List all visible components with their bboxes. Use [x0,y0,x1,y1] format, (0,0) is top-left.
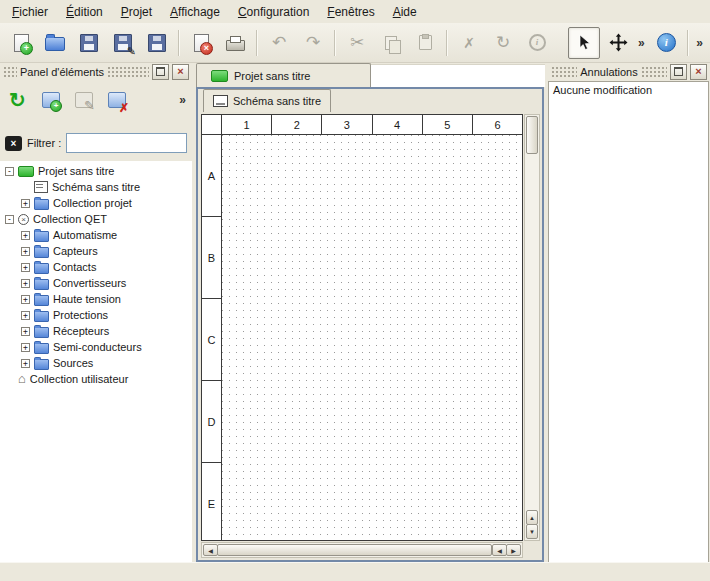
toolbar-overflow-button[interactable]: » [693,36,706,50]
expand-expander-icon[interactable]: + [21,279,30,288]
expand-expander-icon[interactable]: + [21,199,30,208]
tree-item-collection-utilisateur[interactable]: ⌂ Collection utilisateur [0,371,192,387]
folder-icon [34,359,49,370]
tree-item-haute-tension[interactable]: + Haute tension [0,291,192,307]
row-header: C [202,299,221,381]
expand-expander-icon[interactable]: + [21,295,30,304]
column-header: 1 [222,115,272,134]
dock-handle[interactable] [641,66,667,77]
save-button[interactable] [73,27,105,59]
scroll-up-button[interactable]: ▲ [526,510,538,525]
menu-fichier[interactable]: Fichier [3,2,57,22]
horizontal-scrollbar[interactable]: ◀ ◀ ▶ [201,542,523,558]
tree-item-label: Collection QET [33,213,107,225]
schema-canvas[interactable] [222,135,522,540]
collapse-expander-icon[interactable]: - [5,215,14,224]
filter-input[interactable] [66,133,187,153]
menu-projet[interactable]: Projet [112,2,161,22]
scroll-left-button[interactable]: ◀ [203,544,218,556]
elements-panel-toolbar: ↻ + ✎ ✗ » [0,80,192,120]
about-button[interactable]: i [650,27,682,59]
close-file-button[interactable]: × [185,27,217,59]
tab-projet-sans-titre[interactable]: Projet sans titre [196,63,371,87]
tree-item-automatisme[interactable]: + Automatisme [0,227,192,243]
scroll-right-button[interactable]: ▶ [506,544,521,556]
move-tool-button[interactable] [602,27,634,59]
redo-button[interactable]: ↷ [297,27,329,59]
red-cross-icon: ✗ [119,102,129,114]
undo-history-list[interactable]: Aucune modification [548,81,709,563]
float-panel-button[interactable] [152,64,169,80]
expand-expander-icon[interactable]: + [21,359,30,368]
tree-item-sources[interactable]: + Sources [0,355,192,371]
close-panel-button[interactable]: × [690,64,707,80]
tree-item-convertisseurs[interactable]: + Convertisseurs [0,275,192,291]
tree-item-collection-qet[interactable]: - × Collection QET [0,211,192,227]
vertical-scrollbar[interactable]: ▲ ▼ [524,114,540,541]
menu-affichage[interactable]: Affichage [161,2,229,22]
elements-panel-titlebar[interactable]: Panel d'éléments × [0,63,192,80]
horizontal-scrollbar-thumb[interactable] [217,544,492,556]
clear-filter-icon[interactable]: × [5,136,22,151]
new-project-button[interactable]: + [5,27,37,59]
float-icon [674,67,683,76]
tree-item-capteurs[interactable]: + Capteurs [0,243,192,259]
edit-element-button[interactable]: ✎ [70,87,97,114]
toolbar-separator [256,30,258,56]
toolbar-extension-button[interactable]: » [635,36,648,50]
expand-expander-icon[interactable]: + [21,263,30,272]
scroll-left-button[interactable]: ◀ [492,544,507,556]
menu-bar: Fichier Édition Projet Affichage Configu… [0,0,710,23]
new-element-button[interactable]: + [37,87,64,114]
tree-item-label: Semi-conducteurs [53,341,142,353]
float-panel-button[interactable] [670,64,687,80]
expand-expander-icon[interactable]: + [21,247,30,256]
scroll-down-button[interactable]: ▼ [526,524,538,539]
menu-edition[interactable]: Édition [57,2,112,22]
tree-item-recepteurs[interactable]: + Récepteurs [0,323,192,339]
panel-toolbar-overflow-button[interactable]: » [176,93,188,107]
tab-schema-sans-titre[interactable]: Schéma sans titre [203,89,331,112]
element-info-button[interactable]: i [521,27,553,59]
menu-fenetres[interactable]: Fenêtres [318,2,383,22]
delete-element-button[interactable]: ✗ [103,87,130,114]
save-as-button[interactable]: ✎ [107,27,139,59]
project-subwindow: Schéma sans titre 1 2 3 4 5 6 A B C D [196,87,544,562]
folder-icon [34,295,49,306]
print-button[interactable] [219,27,251,59]
vertical-scrollbar-thumb[interactable] [526,116,538,154]
expand-expander-icon[interactable]: + [21,311,30,320]
undo-panel-titlebar[interactable]: Annulations × [548,63,710,80]
expand-expander-icon[interactable]: + [21,231,30,240]
menu-aide[interactable]: Aide [384,2,426,22]
left-arrow-icon: ◀ [497,547,502,554]
qet-collection-icon: × [18,214,29,225]
collapse-expander-icon[interactable]: - [5,167,14,176]
save-all-button[interactable] [141,27,173,59]
filter-label: Filtrer : [27,137,61,149]
copy-button[interactable] [375,27,407,59]
undo-button[interactable]: ↶ [263,27,295,59]
rotate-button[interactable]: ↻ [487,27,519,59]
menu-configuration[interactable]: Configuration [229,2,318,22]
tree-item-protections[interactable]: + Protections [0,307,192,323]
project-tabbar: Projet sans titre [196,63,545,87]
dock-handle[interactable] [551,66,577,77]
paste-button[interactable] [409,27,441,59]
reload-collections-button[interactable]: ↻ [4,87,31,114]
delete-button[interactable]: ✗ [453,27,485,59]
tree-item-projet-sans-titre[interactable]: - Projet sans titre [0,163,192,179]
expand-expander-icon[interactable]: + [21,327,30,336]
close-panel-button[interactable]: × [172,64,189,80]
dock-handle[interactable] [3,66,17,77]
tree-item-schema-sans-titre[interactable]: Schéma sans titre [0,179,192,195]
tree-item-semi-conducteurs[interactable]: + Semi-conducteurs [0,339,192,355]
tree-item-collection-projet[interactable]: + Collection projet [0,195,192,211]
expand-expander-icon[interactable]: + [21,343,30,352]
dock-handle[interactable] [107,66,149,77]
copy-icon [385,36,397,50]
cut-button[interactable]: ✂ [341,27,373,59]
open-project-button[interactable] [39,27,71,59]
tree-item-contacts[interactable]: + Contacts [0,259,192,275]
select-tool-button[interactable] [568,27,600,59]
